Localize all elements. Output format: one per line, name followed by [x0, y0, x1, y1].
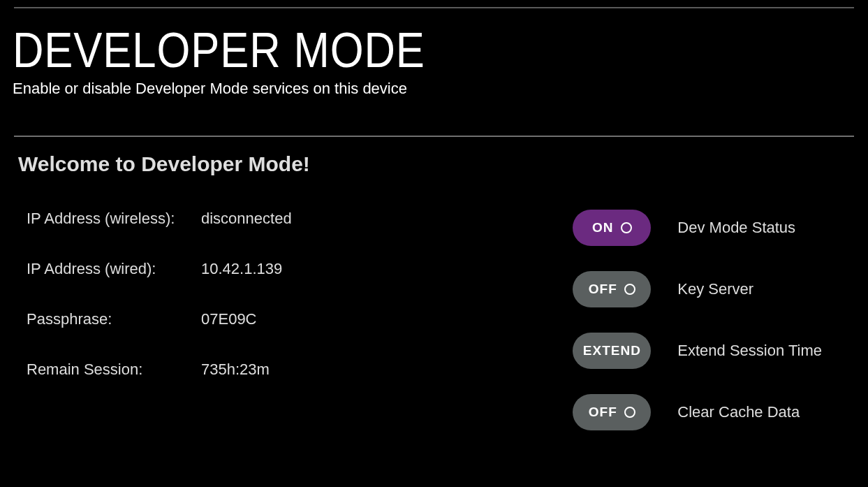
page-subtitle: Enable or disable Developer Mode service… [13, 80, 854, 98]
content: Welcome to Developer Mode! IP Address (w… [0, 137, 868, 430]
dev-mode-toggle[interactable]: ON [573, 210, 651, 246]
toggle-indicator-icon [621, 222, 632, 233]
header: DEVELOPER MODE Enable or disable Develop… [0, 8, 868, 105]
info-column: IP Address (wireless): disconnected IP A… [18, 210, 292, 430]
page-title: DEVELOPER MODE [13, 22, 753, 78]
clear-cache-toggle[interactable]: OFF [573, 394, 651, 430]
toggle-state-label: ON [592, 220, 614, 235]
key-server-label: Key Server [677, 280, 753, 298]
ip-wireless-value: disconnected [201, 210, 292, 228]
body-grid: IP Address (wireless): disconnected IP A… [18, 210, 850, 430]
clear-cache-row: OFF Clear Cache Data [573, 394, 822, 430]
passphrase-label: Passphrase: [27, 310, 201, 328]
key-server-row: OFF Key Server [573, 271, 822, 307]
dev-mode-row: ON Dev Mode Status [573, 210, 822, 246]
welcome-heading: Welcome to Developer Mode! [18, 152, 850, 176]
extend-session-row: EXTEND Extend Session Time [573, 333, 822, 369]
controls-column: ON Dev Mode Status OFF Key Server EXTEND… [573, 210, 850, 430]
ip-wired-value: 10.42.1.139 [201, 260, 292, 278]
ip-wired-label: IP Address (wired): [27, 260, 201, 278]
ip-wireless-label: IP Address (wireless): [27, 210, 201, 228]
clear-cache-label: Clear Cache Data [677, 403, 800, 421]
toggle-state-label: OFF [589, 405, 617, 420]
key-server-toggle[interactable]: OFF [573, 271, 651, 307]
remain-session-label: Remain Session: [27, 361, 201, 379]
extend-session-button[interactable]: EXTEND [573, 333, 651, 369]
passphrase-value: 07E09C [201, 310, 292, 328]
dev-mode-label: Dev Mode Status [677, 219, 795, 237]
extend-session-label: Extend Session Time [677, 342, 822, 360]
extend-button-label: EXTEND [583, 343, 641, 358]
toggle-state-label: OFF [589, 282, 617, 297]
toggle-indicator-icon [624, 284, 635, 295]
remain-session-value: 735h:23m [201, 361, 292, 379]
toggle-indicator-icon [624, 407, 635, 418]
